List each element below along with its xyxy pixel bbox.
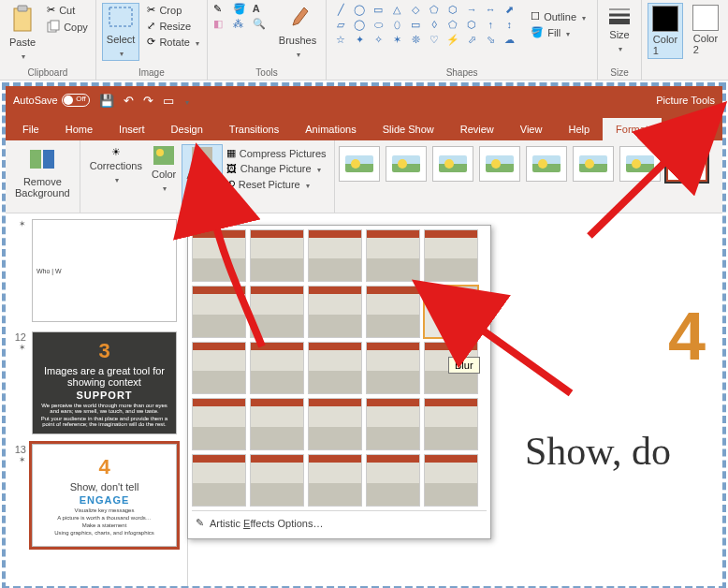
autosave-toggle[interactable]: AutoSave Off (13, 94, 90, 107)
reset-picture-button[interactable]: ⟲Reset Picture (225, 177, 328, 191)
tab-help[interactable]: Help (555, 118, 603, 140)
svg-rect-9 (43, 150, 54, 169)
tab-home[interactable]: Home (52, 118, 106, 140)
tab-view[interactable]: View (507, 118, 556, 140)
toggle-icon: Off (62, 94, 90, 107)
artistic-effect-2[interactable] (308, 229, 362, 282)
eraser-icon[interactable]: ◧ (213, 18, 230, 30)
change-picture-icon: 🖼 (226, 163, 237, 174)
artistic-effect-12[interactable] (308, 342, 362, 394)
crop-button[interactable]: ✂Crop (145, 3, 200, 17)
group-adjust: ☀ Corrections Color Artistic Effects ▦Co… (80, 140, 335, 213)
rotate-button[interactable]: ⟳Rotate (145, 35, 200, 49)
compress-pictures-button[interactable]: ▦Compress Pictures (225, 146, 328, 160)
undo-icon[interactable]: ↶ (124, 94, 134, 108)
artistic-effect-20[interactable] (192, 454, 246, 507)
canvas-heading: Show, do (525, 429, 671, 474)
brushes-button[interactable]: Brushes (275, 3, 320, 61)
picture-color-icon (153, 146, 174, 167)
picture-style-1[interactable] (339, 146, 380, 182)
ribbon-tabs: FileHomeInsertDesignTransitionsAnimation… (6, 114, 722, 140)
slide-thumb-12[interactable]: 12✶3Images are a great tool for showing … (9, 331, 183, 434)
artistic-effect-16[interactable] (250, 398, 304, 450)
slide-thumbnails-pane[interactable]: ✶Who | W12✶3Images are a great tool for … (6, 213, 188, 586)
color2-button[interactable]: Color 2 (689, 3, 722, 57)
artistic-effect-8[interactable] (366, 286, 420, 338)
slide-thumb-13[interactable]: 13✶4Show, don't tellENGAGEVisualize key … (9, 444, 183, 547)
remove-background-button[interactable]: Remove Background (11, 144, 74, 200)
rotate-icon: ⟳ (147, 36, 155, 48)
svg-rect-3 (51, 21, 59, 30)
shape-fill-button[interactable]: 🪣Fill (529, 25, 588, 39)
tab-design[interactable]: Design (158, 118, 216, 140)
artistic-effects-icon (192, 147, 212, 168)
artistic-effect-23[interactable] (366, 454, 420, 507)
fill-icon: 🪣 (531, 26, 544, 38)
picture-style-2[interactable] (386, 146, 427, 182)
tab-insert[interactable]: Insert (106, 118, 158, 140)
copy-button[interactable]: Copy (45, 19, 90, 36)
artistic-effects-options-button[interactable]: ✎ Artistic Effects Options… (192, 510, 487, 535)
tab-transitions[interactable]: Transitions (216, 118, 292, 140)
artistic-effects-button[interactable]: Artistic Effects (182, 144, 222, 208)
tab-animations[interactable]: Animations (292, 118, 369, 140)
change-picture-button[interactable]: 🖼Change Picture (225, 162, 328, 175)
shapes-gallery[interactable]: ╱◯▭△◇⬠⬡→↔⬈ ▱◯⬭⬯▭◊⬠⬡↑↕ ☆✦✧✶❊♡⚡⬀⬂☁ (332, 3, 517, 46)
slide-thumb-prev[interactable]: ✶Who | W (9, 219, 183, 322)
group-label-tools: Tools (213, 67, 320, 80)
slideshow-icon[interactable]: ▭ (163, 94, 174, 108)
tab-review[interactable]: Review (447, 118, 507, 140)
annotation-arrow-1 (197, 206, 281, 358)
tab-format[interactable]: Format (603, 118, 662, 140)
bucket-icon[interactable]: 🪣 (233, 3, 250, 15)
color2-swatch (692, 5, 719, 31)
svg-point-11 (156, 149, 164, 156)
color-button[interactable]: Color (148, 144, 180, 208)
group-label-size: Size (604, 67, 635, 80)
picture-style-5[interactable] (526, 146, 567, 182)
resize-button[interactable]: ⤢Resize (145, 19, 200, 33)
picture-style-4[interactable] (479, 146, 520, 182)
svg-rect-1 (18, 6, 27, 11)
size-button[interactable]: Size (604, 3, 635, 55)
picker-icon[interactable]: ⁂ (233, 18, 250, 30)
canvas-big-number: 4 (668, 298, 706, 375)
artistic-effect-21[interactable] (250, 454, 304, 507)
artistic-effect-17[interactable] (308, 398, 362, 450)
qat-more-icon[interactable] (183, 94, 189, 108)
clipboard-icon (10, 5, 35, 35)
magnifier-icon[interactable]: 🔍 (253, 18, 269, 30)
paste-label: Paste (9, 37, 36, 48)
group-remove-bg: Remove Background (6, 140, 80, 213)
group-size: Size Size (598, 0, 642, 80)
artistic-effect-15[interactable] (192, 398, 246, 450)
artistic-effect-18[interactable] (366, 398, 420, 450)
artistic-effect-24[interactable] (424, 454, 478, 507)
pencil-icon[interactable]: ✎ (213, 3, 230, 15)
paste-button[interactable]: Paste (6, 3, 39, 63)
group-tools: ✎ 🪣 A ◧ ⁂ 🔍 Brushes Tools (208, 0, 327, 80)
annotation-arrow-3 (580, 142, 711, 247)
corrections-button[interactable]: ☀ Corrections (86, 144, 146, 208)
cut-button[interactable]: ✂ Cut (45, 3, 90, 17)
artistic-effect-22[interactable] (308, 454, 362, 507)
redo-icon[interactable]: ↷ (143, 94, 153, 108)
tab-slide-show[interactable]: Slide Show (370, 118, 447, 140)
chevron-down-icon (20, 50, 25, 61)
svg-point-13 (195, 150, 202, 157)
chevron-down-icon (295, 48, 300, 59)
artistic-effect-4[interactable] (424, 229, 478, 282)
artistic-effect-3[interactable] (366, 229, 420, 282)
text-icon[interactable]: A (253, 3, 269, 15)
picture-style-3[interactable] (432, 146, 473, 182)
tab-file[interactable]: File (9, 118, 52, 140)
stroke-size-icon (607, 5, 632, 27)
artistic-effect-13[interactable] (366, 342, 420, 394)
crop-icon: ✂ (147, 4, 155, 16)
color1-button[interactable]: Color 1 (648, 3, 683, 59)
select-button[interactable]: Select (102, 3, 140, 61)
save-icon[interactable]: 💾 (99, 94, 114, 108)
artistic-effect-7[interactable] (308, 286, 362, 338)
artistic-effect-19[interactable] (424, 398, 478, 450)
shape-outline-button[interactable]: ☐Outline (529, 9, 588, 23)
